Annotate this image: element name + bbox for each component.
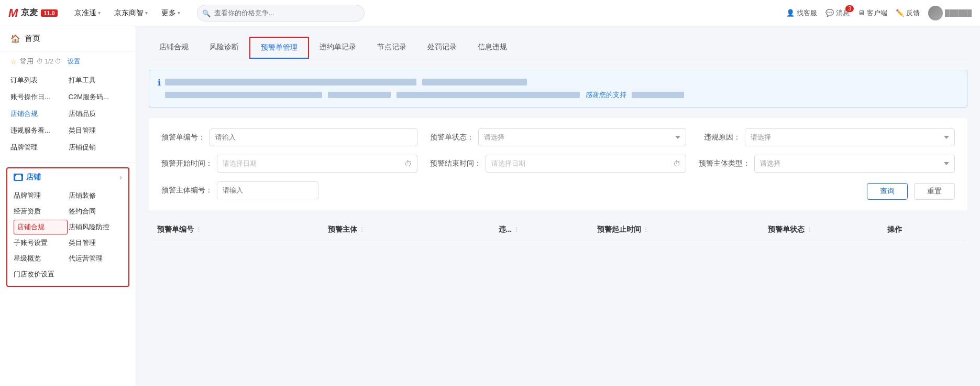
sidebar-item-shop-quality[interactable]: 店铺品质	[69, 106, 126, 122]
sort-icon-warning-no[interactable]: ⋮	[196, 227, 201, 232]
field-warning-status: 预警单状态： 请选择	[430, 128, 686, 146]
star-icon: ☆	[10, 58, 17, 66]
sort-icon-status[interactable]: ⋮	[807, 227, 812, 232]
user-name: ██████	[945, 9, 972, 17]
select-subject-type[interactable]: 请选择	[754, 155, 955, 173]
sidebar-item-shop-compliance[interactable]: 店铺合规	[10, 106, 68, 122]
search-bar: 🔍	[197, 5, 365, 22]
search-input[interactable]	[197, 5, 365, 22]
message-btn[interactable]: 💬 消息 3	[825, 8, 850, 18]
sidebar-common-grid: 订单列表 打单工具 账号操作日... C2M服务码... 店铺合规 店铺品质 违…	[10, 70, 125, 157]
logo-name: 京麦	[21, 7, 38, 18]
select-warning-status[interactable]: 请选择	[478, 128, 686, 146]
sidebar-item-print-tool[interactable]: 打单工具	[69, 72, 126, 88]
message-icon: 💬	[825, 9, 834, 17]
tab-node-records[interactable]: 节点记录	[367, 37, 417, 58]
nav-menu-jingzhuntong[interactable]: 京准通 ▾	[68, 5, 107, 21]
query-button[interactable]: 查询	[867, 183, 908, 200]
th-time-range: 预警起止时间 ⋮	[589, 225, 759, 234]
label-violation-reason: 违规原因：	[699, 133, 741, 142]
table-header: 预警单编号 ⋮ 预警主体 ⋮ 违... ⋮ 预警起止时间 ⋮ 预警单状态 ⋮	[149, 219, 967, 241]
sidebar-shop-subaccount[interactable]: 子账号设置	[14, 235, 68, 250]
sidebar-shop-star[interactable]: 星级概览	[14, 251, 68, 266]
reset-button[interactable]: 重置	[914, 183, 955, 200]
client-btn[interactable]: 🖥 客户端	[858, 8, 887, 18]
svg-rect-0	[15, 176, 21, 180]
client-icon: 🖥	[858, 9, 865, 17]
sidebar-shop-header[interactable]: 店铺 ›	[7, 168, 128, 186]
search-form: 预警单编号： 预警单状态： 请选择 违规原因： 请选择	[149, 118, 967, 210]
sidebar-shop-brand[interactable]: 品牌管理	[14, 188, 68, 203]
sidebar-item-account-log[interactable]: 账号操作日...	[10, 89, 68, 105]
sidebar-shop-qualification[interactable]: 经营资质	[14, 204, 68, 219]
sidebar-item-promo[interactable]: 店铺促销	[69, 140, 126, 155]
field-violation-reason: 违规原因： 请选择	[699, 128, 955, 146]
sidebar-item-order-list[interactable]: 订单列表	[10, 72, 68, 88]
label-start-time: 预警开始时间：	[161, 159, 213, 168]
sidebar-shop-price[interactable]: 门店改价设置	[14, 267, 68, 282]
logo[interactable]: M 京麦 11.0	[8, 6, 58, 20]
tab-penalty-records[interactable]: 处罚记录	[417, 37, 467, 58]
tab-shop-compliance[interactable]: 店铺合规	[149, 37, 199, 58]
sidebar-item-c2m[interactable]: C2M服务码...	[69, 89, 126, 105]
sidebar-common-section: ☆ 常用 ⏱ 1/2 ⏱ 设置 订单列表 打单工具 账号操作日... C2M服务…	[0, 51, 136, 159]
topbar: M 京麦 11.0 京准通 ▾ 京东商智 ▾ 更多 ▾ 🔍 👤 找客服 💬 消息…	[0, 0, 980, 26]
sidebar-item-violation-service[interactable]: 违规服务看...	[10, 123, 68, 138]
sidebar-shop-category[interactable]: 类目管理	[69, 235, 123, 250]
sidebar-common-header: ☆ 常用 ⏱ 1/2 ⏱ 设置	[10, 57, 125, 66]
th-status: 预警单状态 ⋮	[759, 225, 879, 234]
sidebar-shop-risk[interactable]: 店铺风险防控	[69, 220, 123, 234]
date-start-time[interactable]: 请选择日期 ⏱	[217, 155, 417, 173]
select-violation-reason[interactable]: 请选择	[745, 128, 955, 146]
sort-icon-time[interactable]: ⋮	[643, 227, 648, 232]
sidebar-shop-title: 店铺	[14, 173, 41, 182]
th-actions: 操作	[879, 225, 967, 234]
sidebar-shop-grid: 品牌管理 店铺装修 经营资质 签约合同 店铺合规 店铺风险防控 子账号设置 类目…	[7, 186, 128, 286]
sidebar-shop-contract[interactable]: 签约合同	[69, 204, 123, 219]
nav-menu-more[interactable]: 更多 ▾	[155, 5, 186, 21]
tab-warning-management[interactable]: 预警单管理	[249, 37, 309, 59]
logo-version: 11.0	[41, 9, 57, 17]
info-text: 感谢您的支持	[165, 77, 684, 101]
table-section: 预警单编号 ⋮ 预警主体 ⋮ 违... ⋮ 预警起止时间 ⋮ 预警单状态 ⋮	[149, 219, 967, 241]
settings-link[interactable]: 设置	[68, 57, 80, 66]
tab-violation-records[interactable]: 违约单记录	[309, 37, 367, 58]
field-start-time: 预警开始时间： 请选择日期 ⏱	[161, 155, 417, 173]
sort-icon-subject[interactable]: ⋮	[359, 227, 365, 232]
field-end-time: 预警结束时间： 请选择日期 ⏱	[430, 155, 686, 173]
th-violation: 违... ⋮	[490, 225, 589, 234]
calendar-icon: ⏱	[404, 159, 412, 168]
customer-service-btn[interactable]: 👤 找客服	[786, 8, 817, 18]
label-subject-no: 预警主体编号：	[161, 186, 213, 195]
nav-menu-jdsz[interactable]: 京东商智 ▾	[108, 5, 154, 21]
layout: 🏠 首页 ☆ 常用 ⏱ 1/2 ⏱ 设置 订单列表 打单工具 账号操作日... …	[0, 26, 980, 386]
calendar-icon-2: ⏱	[673, 159, 680, 168]
sidebar-shop-decorate[interactable]: 店铺装修	[69, 188, 123, 203]
tab-info-violation[interactable]: 信息违规	[467, 37, 517, 58]
date-end-time[interactable]: 请选择日期 ⏱	[486, 155, 686, 173]
feedback-icon: ✏️	[896, 9, 904, 17]
form-actions: 查询 重置	[867, 183, 955, 200]
sidebar-item-category[interactable]: 类目管理	[69, 123, 126, 138]
shop-icon	[14, 174, 23, 181]
chevron-down-icon: ▾	[145, 10, 148, 16]
input-warning-no[interactable]	[210, 128, 417, 146]
tabs: 店铺合规 风险诊断 预警单管理 违约单记录 节点记录 处罚记录 信息违规	[149, 37, 967, 59]
sidebar-home[interactable]: 🏠 首页	[0, 26, 136, 51]
sidebar-shop-compliance[interactable]: 店铺合规	[14, 220, 68, 234]
sidebar-item-brand-mgmt[interactable]: 品牌管理	[10, 140, 68, 155]
main-content: 店铺合规 风险诊断 预警单管理 违约单记录 节点记录 处罚记录 信息违规 ℹ	[136, 26, 980, 386]
chevron-right-icon: ›	[119, 173, 122, 181]
feedback-btn[interactable]: ✏️ 反馈	[896, 8, 920, 18]
sort-icon-violation[interactable]: ⋮	[514, 227, 519, 232]
label-end-time: 预警结束时间：	[430, 159, 481, 168]
input-subject-no[interactable]	[217, 181, 318, 199]
user-avatar[interactable]: ██████	[928, 6, 972, 20]
tab-risk-diagnosis[interactable]: 风险诊断	[199, 37, 249, 58]
sidebar: 🏠 首页 ☆ 常用 ⏱ 1/2 ⏱ 设置 订单列表 打单工具 账号操作日... …	[0, 26, 136, 386]
field-subject-type: 预警主体类型： 请选择	[699, 155, 955, 173]
chevron-down-icon: ▾	[98, 10, 101, 16]
sidebar-shop-section: 店铺 › 品牌管理 店铺装修 经营资质 签约合同 店铺合规 店铺风险防控 子账号…	[6, 167, 129, 287]
field-warning-no: 预警单编号：	[161, 128, 417, 146]
sidebar-shop-agency[interactable]: 代运营管理	[69, 251, 123, 266]
